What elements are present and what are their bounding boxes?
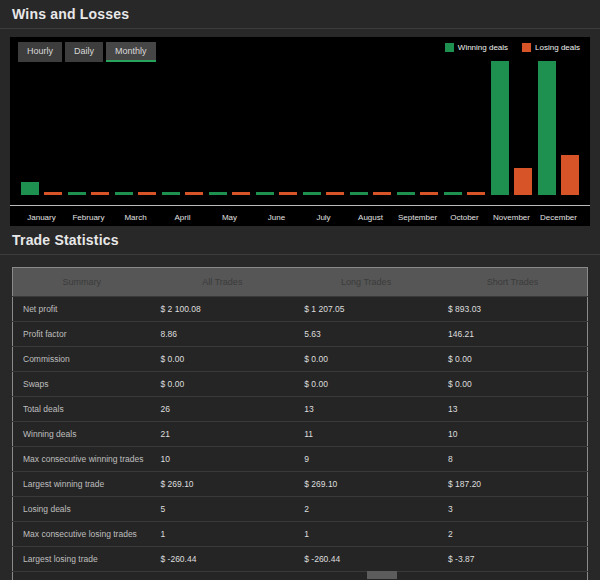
wins-losses-chart: HourlyDailyMonthly Winning dealsLosing d…	[10, 37, 590, 226]
trade-statistics-section: Trade Statistics SummaryAll TradesLong T…	[0, 226, 600, 580]
table-row: Net profit$ 2 100.08$ 1 207.05$ 893.03	[13, 297, 588, 322]
row-value: $ 1 207.05	[294, 297, 438, 322]
row-value: 1	[151, 522, 295, 547]
trade-statistics-table: SummaryAll TradesLong TradesShort Trades…	[12, 267, 588, 580]
row-value: $ -260.44	[294, 547, 438, 572]
row-value: 2	[294, 497, 438, 522]
row-label: Max consecutive winning trades	[13, 447, 151, 472]
row-value: 10	[438, 422, 588, 447]
scrollbar-thumb[interactable]	[367, 571, 397, 579]
winning-bar-november	[491, 61, 509, 195]
row-value: 8	[438, 447, 588, 472]
losing-bar-november	[514, 168, 532, 195]
row-value: $ 0.00	[294, 372, 438, 397]
losing-bar-september	[420, 192, 438, 195]
row-value: $ 0.00	[151, 347, 295, 372]
bar-group-february	[65, 192, 112, 195]
row-value: $ 893.03	[438, 297, 588, 322]
row-value: $ 269.10	[294, 472, 438, 497]
month-label-june: June	[253, 213, 300, 222]
month-label-december: December	[535, 213, 582, 222]
wins-losses-section: Wins and Losses HourlyDailyMonthly Winni…	[0, 0, 600, 226]
month-label-february: February	[65, 213, 112, 222]
legend-label: Losing deals	[535, 43, 580, 52]
table-row: Max consecutive winning trades1098	[13, 447, 588, 472]
losing-bar-august	[373, 192, 391, 195]
legend-item: Winning deals	[445, 43, 508, 52]
winning-bar-december	[538, 61, 556, 195]
bar-group-april	[159, 192, 206, 195]
table-row: Commission$ 0.00$ 0.00$ 0.00	[13, 347, 588, 372]
interval-button-daily[interactable]: Daily	[65, 42, 103, 62]
row-value: $ 0.00	[438, 372, 588, 397]
row-label: Largest winning trade	[13, 472, 151, 497]
row-value: 2	[438, 522, 588, 547]
interval-button-hourly[interactable]: Hourly	[18, 42, 62, 62]
table-row: Profit factor8.865.63146.21	[13, 322, 588, 347]
row-value: $ 269.10	[151, 472, 295, 497]
row-value: 1	[294, 522, 438, 547]
losing-bar-july	[326, 192, 344, 195]
month-label-march: March	[112, 213, 159, 222]
x-axis-labels: JanuaryFebruaryMarchAprilMayJuneJulyAugu…	[18, 213, 582, 222]
row-value: 5	[151, 497, 295, 522]
bar-group-march	[112, 192, 159, 195]
column-header-long-trades: Long Trades	[294, 268, 438, 297]
month-label-april: April	[159, 213, 206, 222]
table-row: Losing deals523	[13, 497, 588, 522]
column-header-all-trades: All Trades	[151, 268, 295, 297]
row-label: Net profit	[13, 297, 151, 322]
losing-bar-april	[185, 192, 203, 195]
winning-bar-september	[397, 192, 415, 195]
chart-bars	[18, 61, 582, 195]
month-label-july: July	[300, 213, 347, 222]
month-label-january: January	[18, 213, 65, 222]
row-value: 10	[151, 447, 295, 472]
legend-swatch	[445, 43, 454, 52]
row-value: $ 187.20	[438, 472, 588, 497]
legend-swatch	[522, 43, 531, 52]
bar-group-july	[300, 192, 347, 195]
bar-group-december	[535, 61, 582, 195]
row-label: Winning deals	[13, 422, 151, 447]
table-header-row: SummaryAll TradesLong TradesShort Trades	[13, 268, 588, 297]
losing-bar-june	[279, 192, 297, 195]
row-label: Total deals	[13, 397, 151, 422]
row-value: 8.86	[151, 322, 295, 347]
losing-bar-december	[561, 155, 579, 195]
losing-bar-february	[91, 192, 109, 195]
trade-statistics-title: Trade Statistics	[0, 226, 600, 254]
losing-bar-october	[467, 192, 485, 195]
bar-group-january	[18, 182, 65, 195]
row-label: Losing deals	[13, 497, 151, 522]
row-value: $ -3.87	[438, 547, 588, 572]
legend-label: Winning deals	[458, 43, 508, 52]
losing-bar-may	[232, 192, 250, 195]
month-label-october: October	[441, 213, 488, 222]
month-label-november: November	[488, 213, 535, 222]
row-value: 3	[438, 497, 588, 522]
winning-bar-october	[444, 192, 462, 195]
winning-bar-april	[162, 192, 180, 195]
row-value: $ 2 100.08	[151, 297, 295, 322]
row-value: 5.63	[294, 322, 438, 347]
bar-group-may	[206, 192, 253, 195]
losing-bar-march	[138, 192, 156, 195]
bar-group-august	[347, 192, 394, 195]
bar-group-june	[253, 192, 300, 195]
winning-bar-february	[68, 192, 86, 195]
row-value: 13	[294, 397, 438, 422]
row-value: 146.21	[438, 322, 588, 347]
interval-button-monthly[interactable]: Monthly	[106, 42, 156, 62]
table-row: Swaps$ 0.00$ 0.00$ 0.00	[13, 372, 588, 397]
row-value: $ 0.00	[438, 347, 588, 372]
month-label-september: September	[394, 213, 441, 222]
chart-legend: Winning dealsLosing deals	[445, 43, 580, 52]
row-value: 26	[151, 397, 295, 422]
table-row: Largest winning trade$ 269.10$ 269.10$ 1…	[13, 472, 588, 497]
row-label: Max consecutive losing trades	[13, 522, 151, 547]
bar-group-november	[488, 61, 535, 195]
horizontal-scrollbar[interactable]	[0, 571, 600, 580]
month-label-may: May	[206, 213, 253, 222]
legend-item: Losing deals	[522, 43, 580, 52]
